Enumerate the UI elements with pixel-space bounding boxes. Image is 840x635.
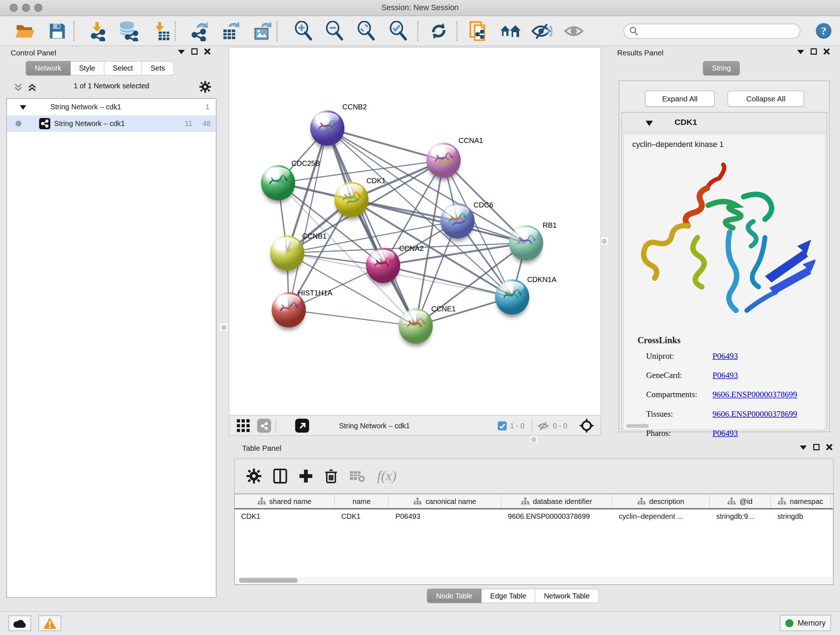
edge-CCNB2-HIST1H1A[interactable] — [289, 128, 327, 310]
column-header-database-identifier[interactable]: database identifier — [501, 494, 613, 508]
network-node-CCNA1[interactable] — [426, 143, 461, 178]
birdseye-crosshair-icon[interactable] — [579, 418, 594, 433]
results-scrollbar-thumb[interactable] — [626, 424, 649, 428]
memory-button[interactable]: Memory — [780, 615, 831, 631]
network-node-HIST1H1A[interactable] — [272, 292, 306, 328]
crosslink-link[interactable]: 9606.ENSP00000378699 — [713, 390, 797, 400]
column-header-name[interactable]: name — [335, 494, 389, 508]
panel-float-icon[interactable] — [191, 48, 198, 55]
warning-status-button[interactable] — [39, 616, 61, 631]
network-node-CCNE1[interactable] — [399, 308, 433, 344]
help-button[interactable]: ? — [816, 23, 831, 39]
left-splitter-handle[interactable] — [219, 323, 228, 332]
network-node-CCNB2[interactable] — [310, 111, 344, 146]
panel-close-icon[interactable] — [204, 48, 210, 55]
table-horizontal-scrollbar[interactable] — [235, 577, 834, 584]
column-header-@id[interactable]: @id — [710, 494, 771, 508]
tab-string[interactable]: String — [703, 61, 740, 76]
show-all-button[interactable] — [499, 20, 523, 42]
open-session-button[interactable] — [13, 20, 37, 42]
zoom-selected-button[interactable] — [387, 20, 410, 42]
network-collection-row[interactable]: String Network – cdk1 1 — [7, 98, 216, 115]
crosslink-link[interactable]: 9606.ENSP00000378699 — [713, 409, 797, 419]
panel-menu-icon[interactable] — [797, 49, 804, 54]
zoom-in-button[interactable] — [292, 20, 316, 42]
export-view-button[interactable] — [295, 419, 309, 433]
cell-shared-name[interactable]: CDK1 — [235, 509, 335, 524]
add-column-icon[interactable] — [299, 469, 313, 483]
network-node-CCNB1[interactable] — [270, 235, 304, 271]
hidden-eye-icon[interactable] — [537, 421, 550, 431]
network-node-CCNA2[interactable] — [366, 248, 400, 283]
gene-section-header[interactable]: CDK1 — [622, 112, 827, 133]
edge-CCNB2-CCNE1[interactable] — [327, 128, 416, 326]
table-row[interactable]: CDK1CDK1P064939606.ENSP00000378699cyclin… — [235, 509, 833, 524]
node-table[interactable]: shared namenamecanonical namedatabase id… — [234, 494, 834, 585]
tab-select[interactable]: Select — [104, 61, 142, 76]
crosslink-link[interactable]: P06493 — [713, 351, 738, 361]
export-network-button[interactable] — [187, 20, 211, 42]
delete-column-icon[interactable] — [325, 469, 338, 483]
cell-namespac[interactable]: stringdb — [771, 509, 831, 524]
tree-expander-icon[interactable] — [20, 105, 27, 110]
cell-description[interactable]: cyclin–dependent ... — [613, 509, 710, 524]
function-builder-icon-disabled: f(x) — [377, 468, 396, 484]
tab-node-table[interactable]: Node Table — [427, 589, 482, 603]
crosslink-link[interactable]: P06493 — [713, 428, 738, 438]
panel-menu-icon[interactable] — [800, 445, 807, 449]
panel-close-icon[interactable] — [823, 48, 830, 55]
zoom-out-button[interactable] — [323, 20, 347, 42]
column-header-namespac[interactable]: namespac — [771, 494, 831, 508]
column-header-shared-name[interactable]: shared name — [235, 494, 335, 508]
network-overview-toggle[interactable] — [257, 419, 271, 433]
zoom-fit-button[interactable] — [355, 20, 378, 42]
tab-edge-table[interactable]: Edge Table — [482, 589, 535, 603]
network-node-CDK1[interactable] — [334, 182, 369, 217]
hide-selection-button[interactable] — [530, 20, 554, 42]
cell-name[interactable]: CDK1 — [335, 509, 389, 524]
panel-menu-icon[interactable] — [178, 49, 185, 54]
column-header-canonical-name[interactable]: canonical name — [389, 494, 501, 508]
crosslink-link[interactable]: P06493 — [713, 371, 738, 380]
tab-network-table[interactable]: Network Table — [535, 589, 599, 603]
export-network-icon — [189, 21, 210, 41]
export-image-button[interactable] — [250, 20, 274, 42]
export-table-button[interactable] — [218, 20, 242, 42]
tab-style[interactable]: Style — [71, 61, 104, 76]
panel-float-icon[interactable] — [813, 444, 820, 450]
import-network-file-button[interactable] — [86, 20, 109, 42]
expand-all-button[interactable]: Expand All — [645, 90, 715, 106]
import-network-database-button[interactable] — [117, 20, 141, 42]
save-session-button[interactable] — [46, 20, 69, 42]
network-node-CDKN1A[interactable] — [495, 279, 529, 315]
panel-float-icon[interactable] — [811, 48, 817, 55]
show-columns-icon[interactable] — [273, 469, 287, 483]
selected-checkbox-icon[interactable] — [498, 421, 507, 430]
section-expander-icon[interactable] — [645, 120, 653, 126]
edge-HIST1H1A-CCNE1[interactable] — [289, 310, 416, 326]
network-options-gear-icon[interactable] — [199, 81, 211, 93]
panel-close-icon[interactable] — [826, 444, 832, 450]
search-input[interactable] — [638, 27, 800, 35]
network-node-CDC25B[interactable] — [261, 165, 295, 201]
node-label-CCNB2: CCNB2 — [342, 103, 367, 111]
grid-view-icon[interactable] — [237, 419, 250, 432]
new-network-from-selection-button[interactable] — [467, 20, 490, 42]
import-table-file-button[interactable] — [149, 20, 172, 42]
apply-layout-button[interactable] — [427, 20, 450, 42]
table-options-gear-icon[interactable] — [246, 469, 261, 483]
cell-canonical-name[interactable]: P06493 — [389, 509, 501, 524]
cell-@id[interactable]: stringdb:9... — [710, 509, 771, 524]
tab-network[interactable]: Network — [26, 61, 71, 76]
cloud-status-button[interactable] — [9, 616, 31, 631]
column-header-description[interactable]: description — [613, 494, 710, 508]
cell-database-identifier[interactable]: 9606.ENSP00000378699 — [501, 509, 613, 524]
tab-sets[interactable]: Sets — [142, 61, 174, 76]
search-box[interactable] — [624, 24, 801, 38]
network-row[interactable]: String Network – cdk1 11 48 — [7, 115, 216, 132]
network-canvas[interactable]: CCNB2CCNA1CDC25BCDK1CDC6RB1CCNB1CCNA2CDK… — [229, 47, 601, 415]
network-node-CDC6[interactable] — [440, 203, 475, 239]
network-node-RB1[interactable] — [509, 225, 543, 261]
collapse-all-button[interactable]: Collapse All — [728, 90, 804, 106]
show-selection-button[interactable] — [562, 20, 585, 42]
